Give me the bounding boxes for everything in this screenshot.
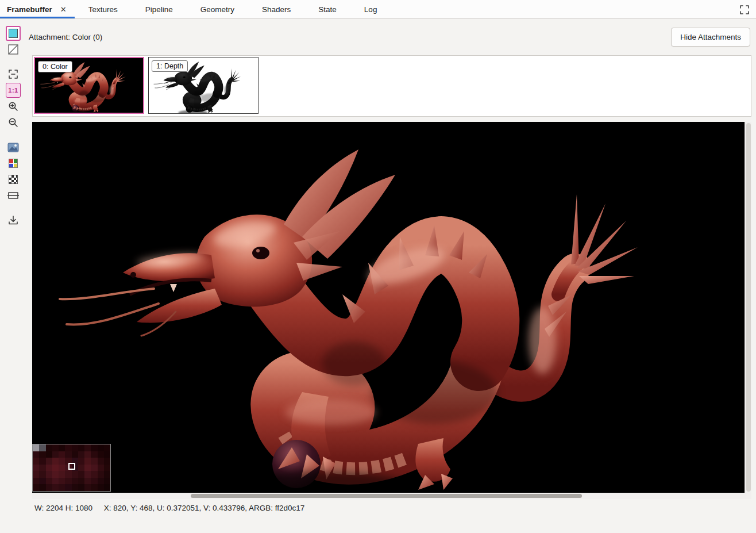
vertical-scrollbar-thumb[interactable] <box>746 123 751 492</box>
channel-alpha-button[interactable] <box>6 42 21 57</box>
attachment-thumb-depth[interactable]: 1: Depth <box>148 57 259 114</box>
horizontal-scrollbar[interactable] <box>32 493 745 499</box>
tab-geometry[interactable]: Geometry <box>187 0 248 18</box>
tab-label: Framebuffer <box>7 5 52 14</box>
tab-pipeline[interactable]: Pipeline <box>132 0 187 18</box>
vertical-scrollbar[interactable] <box>745 122 751 493</box>
attachment-chip-depth: 1: Depth <box>152 60 188 72</box>
tab-textures[interactable]: Textures <box>75 0 132 18</box>
close-tab-icon[interactable]: ✕ <box>60 5 67 14</box>
rgba-channels-icon <box>9 159 18 168</box>
attachment-title: Attachment: Color (0) <box>29 33 102 41</box>
zoom-in-button[interactable] <box>6 99 21 114</box>
tab-shaders[interactable]: Shaders <box>248 0 304 18</box>
render-viewport[interactable] <box>32 122 745 493</box>
checkerboard-icon <box>9 175 18 184</box>
alpha-diagonal-icon <box>7 44 19 55</box>
image-icon <box>7 143 19 152</box>
pixel-magnifier <box>32 444 111 492</box>
horizontal-scrollbar-thumb[interactable] <box>191 494 582 498</box>
zoom-in-icon <box>8 101 18 112</box>
flip-vertical-icon <box>7 191 19 200</box>
save-download-icon <box>8 215 18 225</box>
attachments-strip: 0: Color 1: Depth <box>32 55 751 117</box>
status-bar: W: 2204 H: 1080 X: 820, Y: 468, U: 0.372… <box>34 504 304 512</box>
viewer-toolbar: 1:1 <box>5 25 22 228</box>
zoom-out-button[interactable] <box>6 115 21 130</box>
cursor-pixel-readout: X: 820, Y: 468, U: 0.372051, V: 0.433796… <box>104 504 305 512</box>
hide-attachments-button[interactable]: Hide Attachments <box>671 28 750 47</box>
attachment-chip-color: 0: Color <box>38 61 72 72</box>
scrollbar-corner <box>745 493 751 499</box>
zoom-actual-size-button[interactable]: 1:1 <box>6 83 21 98</box>
channel-color-button[interactable] <box>6 26 21 41</box>
checkerboard-button[interactable] <box>6 172 21 187</box>
channels-rgba-button[interactable] <box>6 156 21 171</box>
dragon-render <box>32 122 745 493</box>
tab-framebuffer[interactable]: Framebuffer ✕ <box>0 0 75 18</box>
attachment-thumb-color[interactable]: 0: Color <box>34 57 144 114</box>
save-image-button[interactable] <box>6 213 21 228</box>
tab-state[interactable]: State <box>304 0 350 18</box>
background-image-button[interactable] <box>6 140 21 155</box>
tab-bar: Framebuffer ✕ Textures Pipeline Geometry… <box>0 0 756 19</box>
texture-size-readout: W: 2204 H: 1080 <box>34 504 92 512</box>
pixel-marker <box>68 463 75 470</box>
zoom-fit-button[interactable] <box>6 67 21 82</box>
one-to-one-icon: 1:1 <box>8 87 18 94</box>
flip-vertical-button[interactable] <box>6 188 21 203</box>
zoom-fit-icon <box>8 69 18 79</box>
color-swatch-icon <box>9 29 18 38</box>
tab-log[interactable]: Log <box>350 0 391 18</box>
fullscreen-icon[interactable] <box>739 4 750 16</box>
zoom-out-icon <box>8 117 18 128</box>
